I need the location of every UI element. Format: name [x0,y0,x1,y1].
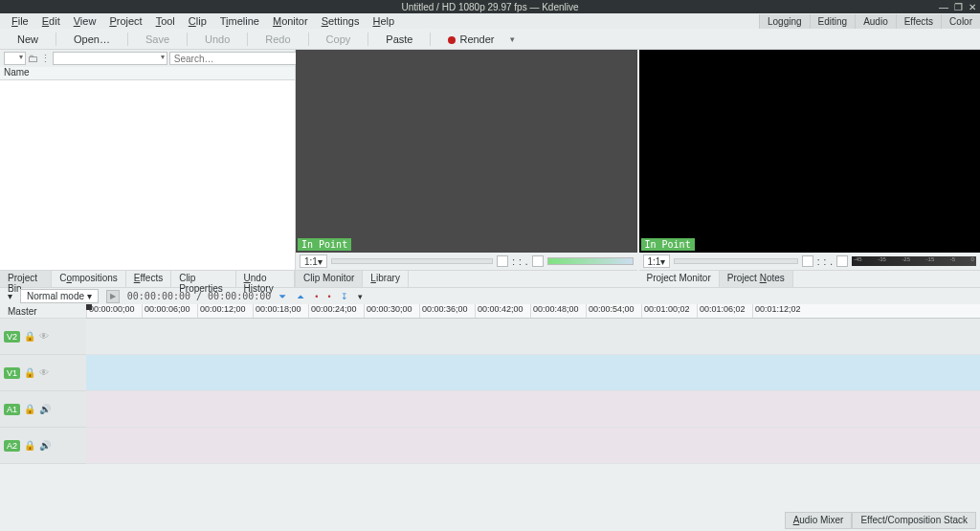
copy-button[interactable]: Copy [317,32,361,47]
bin-body[interactable] [0,80,295,270]
clip-stepper[interactable] [532,255,544,267]
tab-audio-mixer[interactable]: Audio Mixer [785,512,853,529]
new-button[interactable]: New [8,32,48,47]
tab-project-bin[interactable]: Project Bin [0,271,52,287]
track-row-v1[interactable] [86,355,980,391]
bin-tabs: Project Bin Compositions Effects Clip Pr… [0,270,295,287]
marker-more-icon[interactable]: ▾ [358,292,363,301]
tab-clip-properties[interactable]: Clip Properties [171,271,235,287]
play-button[interactable]: ▶ [106,290,120,303]
search-input[interactable] [169,52,301,65]
playhead-icon[interactable] [86,304,92,310]
track-header-v1[interactable]: V1 🔒 👁 [0,355,86,391]
layout-logging[interactable]: Logging [759,14,810,29]
minimize-icon[interactable]: — [939,2,948,12]
timeline-drop-icon[interactable]: ▾ [8,291,12,301]
bin-filter-dropdown[interactable] [53,52,167,65]
tab-clip-monitor[interactable]: Clip Monitor [296,271,363,287]
menubar: File Edit View Project Tool Clip Timelin… [0,13,980,29]
tab-project-monitor[interactable]: Project Monitor [639,271,720,287]
track-row-a2[interactable] [86,428,980,464]
project-scrubber[interactable] [674,258,797,264]
bin-view-dropdown[interactable] [4,52,26,65]
open-button[interactable]: Open… [64,32,120,47]
speaker-icon[interactable]: 🔊 [39,404,51,414]
menu-clip[interactable]: Clip [183,14,212,28]
redo-button[interactable]: Redo [256,32,300,47]
layout-color[interactable]: Color [941,14,980,29]
clip-zoom-select[interactable]: 1:1 ▾ [300,254,327,268]
render-button[interactable]: Render [438,32,503,47]
clip-levels [547,257,634,265]
track-row-a1[interactable] [86,391,980,428]
track-header-a1[interactable]: A1 🔒 🔊 [0,391,86,428]
clip-monitor-controls: 1:1 ▾ : : . [296,253,637,270]
track-header-v2[interactable]: V2 🔒 👁 [0,319,86,355]
audio-meter: -45 -35 -25 -15 -5 0 [852,256,976,266]
timeline-ruler[interactable]: 00:00:00;00 00:00:06;00 00:00:12;00 00:0… [86,304,980,319]
marker-red-icon[interactable]: • [315,292,318,301]
layout-editing[interactable]: Editing [810,14,856,29]
track-header-a2[interactable]: A2 🔒 🔊 [0,428,86,464]
track-master[interactable]: Master [0,304,86,319]
bin-column-name[interactable]: Name [0,67,295,80]
marker-out-icon[interactable]: ⏶ [297,292,305,301]
layout-audio[interactable]: Audio [855,14,896,29]
render-dropdown-icon[interactable]: ▾ [510,34,515,44]
menu-view[interactable]: View [68,14,102,28]
tab-effects[interactable]: Effects [126,271,171,287]
menu-edit[interactable]: Edit [36,14,66,28]
titlebar: Untitled / HD 1080p 29.97 fps — Kdenlive… [0,0,980,13]
paste-button[interactable]: Paste [376,32,422,47]
menu-project[interactable]: Project [103,14,147,28]
in-point-label: In Point [298,238,351,251]
mute-icon[interactable]: 👁 [39,331,49,342]
tab-project-notes[interactable]: Project Notes [720,271,793,287]
clip-colon2: : [519,256,522,267]
lock-icon[interactable]: 🔒 [24,331,35,342]
clip-stop-button[interactable] [497,255,508,267]
project-stop-button[interactable] [802,255,813,267]
track-badge-a2: A2 [4,440,20,452]
project-zoom-select[interactable]: 1:1 ▾ [643,254,671,268]
menu-help[interactable]: Help [367,14,400,28]
menu-settings[interactable]: Settings [316,14,366,28]
maximize-icon[interactable]: ❐ [954,2,963,12]
clip-scrubber[interactable] [331,258,493,264]
track-area[interactable]: 00:00:00;00 00:00:06;00 00:00:12;00 00:0… [86,304,980,491]
more-icon[interactable]: ⋮ [40,53,51,65]
timecode-display: 00:00:00:00 / 00:00:00:00 [127,291,272,301]
menu-tool[interactable]: Tool [150,14,181,28]
track-empty [86,464,980,491]
clip-monitor-screen[interactable]: In Point [296,50,637,253]
tab-effect-stack[interactable]: Effect/Composition Stack [852,512,976,529]
undo-button[interactable]: Undo [195,32,239,47]
clip-dot: . [525,256,528,267]
marker-in-icon[interactable]: ⏷ [278,292,287,301]
project-bin-panel: 🗀 ⋮ ▾ Name Project Bin Compositions Effe… [0,50,296,287]
menu-monitor[interactable]: Monitor [267,14,314,28]
lock-icon[interactable]: 🔒 [24,440,35,451]
save-button[interactable]: Save [136,32,179,47]
menu-timeline[interactable]: Timeline [214,14,265,28]
folder-icon[interactable]: 🗀 [28,53,38,64]
project-monitor-screen[interactable]: In Point [639,50,981,253]
tab-compositions[interactable]: Compositions [52,271,126,287]
project-monitor-controls: 1:1 ▾ : : . -45 -35 -25 -15 -5 0 [639,253,981,270]
timeline-markers: ⏷ ⏶ • • ↧ ▾ [278,292,362,301]
timeline-mode-select[interactable]: Normal mode ▾ [20,289,99,303]
menu-file[interactable]: File [6,14,34,28]
speaker-icon[interactable]: 🔊 [39,440,51,451]
mute-icon[interactable]: 👁 [39,367,49,378]
track-row-v2[interactable] [86,319,980,355]
layout-effects[interactable]: Effects [896,14,941,29]
project-stepper[interactable] [836,255,848,267]
lock-icon[interactable]: 🔒 [24,404,35,414]
lock-icon[interactable]: 🔒 [24,367,35,378]
close-icon[interactable]: ✕ [969,2,976,12]
marker-blue-icon[interactable]: ↧ [341,292,348,301]
marker-red2-icon[interactable]: • [327,292,330,301]
tab-undo-history[interactable]: Undo History [236,271,295,287]
track-badge-v1: V1 [4,367,20,379]
tab-library[interactable]: Library [363,271,409,287]
